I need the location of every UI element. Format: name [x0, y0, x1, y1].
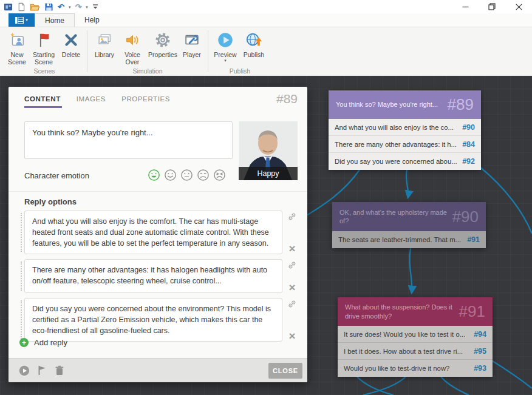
publish-icon: [244, 30, 264, 50]
redo-dropdown-icon[interactable]: ▾: [86, 5, 88, 9]
reply-row-id[interactable]: #84: [462, 140, 475, 149]
link-scene-icon[interactable]: [287, 299, 297, 311]
scene-node-header[interactable]: What about the suspension? Does it drive…: [338, 297, 493, 326]
preview-icon: [216, 30, 235, 50]
reply-card[interactable]: And what you will also enjoy is the comf…: [24, 211, 282, 254]
reply-card[interactable]: Did you say you were concerned about the…: [24, 298, 282, 342]
reply-row-text: Did you say you were concerned abou...: [335, 158, 457, 165]
delete-scene-icon[interactable]: [55, 365, 64, 376]
divider: [9, 191, 307, 192]
remove-reply-icon[interactable]: ×: [288, 245, 295, 253]
app-menu-button[interactable]: ▾: [9, 13, 35, 27]
tab-properties[interactable]: PROPERTIES: [121, 95, 170, 108]
reply-row-id[interactable]: #90: [462, 123, 475, 132]
undo-icon[interactable]: ↶: [58, 3, 64, 11]
reply-card[interactable]: There are many other advantages: it has …: [24, 259, 282, 293]
dialogue-canvas[interactable]: You think so? Maybe you're right... #89 …: [0, 76, 532, 395]
delete-icon: [61, 30, 81, 50]
preview-label: Preview: [214, 51, 236, 58]
restore-button[interactable]: [479, 0, 505, 13]
starting-scene-button[interactable]: Starting Scene: [29, 29, 58, 66]
quick-access-toolbar: ↶▾ ↷▾: [4, 2, 98, 12]
customize-toolbar-icon[interactable]: [92, 3, 98, 10]
scene-reply-row[interactable]: Did you say you were concerned abou... #…: [329, 153, 481, 170]
library-button[interactable]: Library: [90, 29, 118, 58]
character-photo[interactable]: Happy: [239, 121, 298, 180]
group-label-simulation: Simulation: [89, 67, 206, 75]
new-document-icon[interactable]: [17, 2, 26, 12]
scene-title: You think so? Maybe you're right...: [336, 100, 438, 109]
undo-dropdown-icon[interactable]: ▾: [69, 5, 71, 9]
scene-reply-row[interactable]: Would you like to test-drive it now? #93: [338, 360, 493, 377]
scene-edit-panel: CONTENT IMAGES PROPERTIES #89 You think …: [9, 87, 307, 382]
scene-node-91[interactable]: What about the suspension? Does it drive…: [338, 297, 493, 377]
flag-scene-icon[interactable]: [38, 365, 47, 376]
reply-row-id[interactable]: #92: [462, 157, 475, 166]
voice-over-button[interactable]: Voice Over: [118, 29, 146, 66]
voice-over-label: Voice Over: [118, 51, 146, 66]
close-window-button[interactable]: [505, 0, 532, 13]
close-panel-button[interactable]: CLOSE: [268, 363, 302, 379]
reply-row-text: Would you like to test-drive it now?: [344, 365, 449, 372]
player-button[interactable]: Player: [179, 29, 205, 58]
redo-icon[interactable]: ↷: [75, 3, 81, 11]
save-icon[interactable]: [44, 2, 53, 12]
drag-handle-icon[interactable]: [21, 213, 22, 252]
new-scene-button[interactable]: New Scene: [5, 29, 29, 66]
remove-reply-icon[interactable]: ×: [288, 283, 295, 292]
emotion-angry-icon[interactable]: [213, 169, 226, 181]
emotion-neutral-icon[interactable]: [180, 169, 193, 181]
scene-node-90[interactable]: OK, and what's the upholstery made of? #…: [332, 202, 486, 248]
reply-text[interactable]: There are many other advantages: it has …: [32, 265, 275, 286]
reply-text[interactable]: And what you will also enjoy is the comf…: [32, 216, 275, 249]
new-scene-icon: [7, 30, 27, 50]
reply-option: And what you will also enjoy is the comf…: [24, 211, 298, 254]
properties-icon: [153, 30, 172, 50]
reply-row-id[interactable]: #91: [467, 235, 480, 244]
properties-button[interactable]: Properties: [146, 29, 179, 58]
link-scene-icon[interactable]: [287, 212, 297, 224]
minimize-button[interactable]: [452, 0, 479, 13]
library-label: Library: [95, 51, 114, 58]
scene-node-header[interactable]: You think so? Maybe you're right... #89: [329, 90, 481, 119]
reply-row-id[interactable]: #94: [474, 330, 486, 339]
tab-content[interactable]: CONTENT: [24, 95, 61, 108]
emotion-smile-icon[interactable]: [164, 169, 177, 181]
player-label: Player: [183, 51, 201, 58]
message-input[interactable]: You think so? Maybe you're right...: [24, 121, 233, 159]
title-bar: ↶▾ ↷▾: [0, 0, 532, 13]
drag-handle-icon[interactable]: [21, 262, 22, 291]
ribbon-group-simulation: Library Voice Over Properties Player: [89, 27, 206, 75]
link-scene-icon[interactable]: [287, 260, 297, 272]
voice-over-icon: [123, 30, 142, 50]
scene-reply-row[interactable]: I bet it does. How about a test drive ri…: [338, 343, 493, 360]
panel-tabs: CONTENT IMAGES PROPERTIES: [24, 95, 170, 108]
scene-reply-row[interactable]: And what you will also enjoy is the co..…: [329, 119, 481, 136]
emotion-happy-icon[interactable]: [148, 169, 160, 181]
drag-handle-icon[interactable]: [21, 300, 22, 339]
emotion-sad-icon[interactable]: [197, 169, 210, 181]
new-scene-label: New Scene: [5, 51, 29, 66]
tab-help[interactable]: Help: [75, 13, 109, 27]
scene-reply-row[interactable]: There are many other advantages: it h...…: [329, 136, 481, 153]
tab-images[interactable]: IMAGES: [77, 95, 106, 108]
window-controls: [452, 0, 532, 13]
reply-row-id[interactable]: #95: [474, 347, 486, 356]
remove-reply-icon[interactable]: ×: [288, 332, 295, 340]
play-scene-icon[interactable]: [19, 365, 30, 376]
reply-text[interactable]: Did you say you were concerned about the…: [32, 303, 275, 336]
preview-dropdown-icon[interactable]: ▾: [224, 58, 227, 62]
starting-scene-label: Starting Scene: [29, 51, 58, 66]
reply-row-id[interactable]: #93: [474, 364, 486, 373]
preview-button[interactable]: Preview ▾: [211, 29, 239, 62]
ribbon-group-scenes: New Scene Starting Scene Delete Scenes: [4, 27, 85, 75]
scene-reply-row[interactable]: The seats are leather-trimmed. That m...…: [332, 231, 486, 248]
scene-node-89[interactable]: You think so? Maybe you're right... #89 …: [329, 90, 481, 170]
scene-reply-row[interactable]: It sure does! Would you like to test it …: [338, 326, 493, 343]
publish-button[interactable]: Publish: [239, 29, 268, 58]
scene-node-header[interactable]: OK, and what's the upholstery made of? #…: [332, 202, 486, 231]
tab-home[interactable]: Home: [35, 13, 75, 27]
add-reply-button[interactable]: + Add reply: [19, 338, 67, 347]
delete-button[interactable]: Delete: [58, 29, 84, 58]
open-icon[interactable]: [30, 2, 40, 12]
